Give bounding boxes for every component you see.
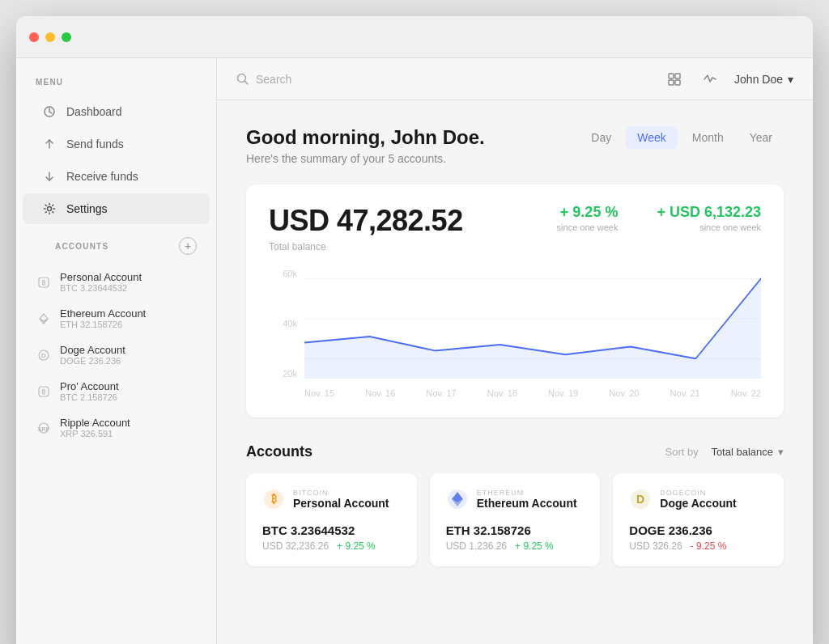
account-card-eth[interactable]: ETHEREUM Ethereum Account ETH 32.158726 … [430, 473, 601, 566]
account-sub: ETH 32.158726 [60, 320, 146, 329]
balance-label: Total balance [269, 241, 463, 252]
account-card-doge[interactable]: D DOGECOIN Doge Account DOGE 236.236 USD… [613, 473, 784, 566]
sidebar-account-doge[interactable]: D Doge Account DOGE 236.236 [16, 337, 216, 372]
chart-x-label: Nov. 15 [304, 388, 334, 398]
topbar-actions: John Doe ▾ [663, 68, 793, 91]
svg-text:₿: ₿ [41, 388, 46, 396]
sidebar-account-pro[interactable]: ₿ Pro' Account BTC 2.158726 [16, 374, 216, 409]
balance-stats: + 9.25 % since one week + USD 6,132.23 s… [557, 204, 761, 232]
card-amount: BTC 3.23644532 [262, 523, 401, 537]
balance-amount: USD 47,282.52 [269, 204, 463, 238]
account-name: Pro' Account [60, 380, 119, 392]
activity-icon[interactable] [699, 68, 721, 91]
card-usd: USD 326.26 - 9.25 % [629, 540, 767, 552]
search-box: Search [236, 73, 650, 86]
svg-text:XRP: XRP [38, 426, 50, 431]
svg-text:₿: ₿ [41, 279, 46, 286]
period-tab-month[interactable]: Month [681, 126, 735, 149]
account-sub: DOGE 236.236 [60, 356, 125, 366]
sort-dropdown[interactable]: Sort by Total balance ▾ [665, 446, 784, 458]
nav-label: Receive funds [66, 170, 138, 183]
minimize-button[interactable] [45, 32, 55, 42]
balance-card: USD 47,282.52 Total balance + 9.25 % sin… [246, 184, 784, 417]
main-content: Search [217, 58, 813, 644]
sidebar-item-send[interactable]: Send funds [23, 129, 210, 159]
chart-y-label: 60k [269, 269, 297, 278]
change-percent-value: + 9.25 % [557, 204, 619, 221]
eth-sidebar-icon [36, 311, 52, 327]
user-menu[interactable]: John Doe ▾ [734, 73, 793, 86]
card-change: + 9.25 % [337, 540, 376, 552]
account-name: Ethereum Account [60, 307, 146, 320]
eth-card-icon [446, 488, 469, 511]
svg-text:₿: ₿ [271, 493, 277, 505]
period-tab-week[interactable]: Week [626, 126, 678, 149]
account-card-btc[interactable]: ₿ BITCOIN Personal Account BTC 3.2364453… [246, 473, 417, 566]
card-usd: USD 1,236.26 + 9.25 % [446, 540, 585, 552]
user-chevron-icon: ▾ [788, 73, 793, 86]
account-sub: BTC 2.158726 [60, 392, 119, 402]
sidebar-item-settings[interactable]: Settings [23, 193, 210, 224]
svg-text:D: D [41, 352, 46, 359]
search-placeholder[interactable]: Search [256, 73, 291, 86]
sort-value: Total balance [711, 446, 773, 458]
chart-x-label: Nov. 17 [427, 388, 457, 398]
app-body: MENU DashboardSend fundsReceive fundsSet… [16, 58, 813, 644]
svg-rect-19 [675, 80, 680, 85]
add-account-button[interactable]: + [179, 237, 197, 255]
svg-marker-7 [40, 319, 48, 324]
sidebar-account-personal[interactable]: ₿ Personal Account BTC 3.23644532 [16, 265, 216, 299]
app-window: MENU DashboardSend fundsReceive fundsSet… [16, 16, 813, 644]
card-amount: DOGE 236.236 [629, 523, 767, 537]
sort-label: Sort by [665, 446, 699, 458]
nav-label: Dashboard [66, 105, 122, 118]
maximize-button[interactable] [62, 32, 71, 42]
chart-x-labels: Nov. 15Nov. 16Nov. 17Nov. 18Nov. 19Nov. … [304, 388, 761, 398]
card-change: + 9.25 % [515, 540, 554, 552]
period-tab-day[interactable]: Day [580, 126, 623, 149]
change-usd-value: + USD 6,132.23 [657, 204, 761, 221]
clock-icon [42, 104, 57, 119]
card-coin-label: ETHEREUM [477, 489, 577, 497]
greeting-title: Good morning, John Doe. [246, 126, 485, 149]
btc-card-icon: ₿ [262, 488, 285, 511]
period-tab-year[interactable]: Year [738, 126, 784, 149]
change-percent-stat: + 9.25 % since one week [557, 204, 619, 232]
user-name: John Doe [734, 73, 783, 86]
accounts-section: Accounts Sort by Total balance ▾ ₿ BITCO… [246, 443, 784, 566]
accounts-section-title: Accounts [246, 443, 312, 460]
greeting-subtitle: Here's the summary of your 5 accounts. [246, 152, 485, 165]
btc-sidebar-icon: ₿ [36, 274, 52, 290]
sidebar-item-dashboard[interactable]: Dashboard [23, 96, 210, 127]
card-coin-label: DOGECOIN [660, 489, 736, 497]
card-usd: USD 32,236.26 + 9.25 % [262, 540, 401, 552]
topbar: Search [217, 58, 813, 100]
svg-line-15 [245, 81, 249, 84]
change-usd-stat: + USD 6,132.23 since one week [657, 204, 761, 232]
chart-x-label: Nov. 22 [731, 388, 761, 398]
sidebar-account-ethereum[interactable]: Ethereum Account ETH 32.158726 [16, 301, 216, 336]
doge-card-icon: D [629, 488, 652, 511]
accounts-header: ACCOUNTS + [16, 237, 216, 255]
menu-label: MENU [16, 78, 216, 87]
chart-y-labels: 60k40k20k [269, 269, 297, 398]
sidebar-item-receive[interactable]: Receive funds [23, 161, 210, 192]
card-change: - 9.25 % [691, 540, 727, 552]
traffic-lights [29, 32, 71, 42]
card-account-name: Personal Account [293, 497, 389, 510]
balance-header: USD 47,282.52 Total balance + 9.25 % sin… [269, 204, 761, 252]
chart-x-label: Nov. 16 [365, 388, 395, 398]
sidebar-account-ripple[interactable]: XRP Ripple Account XRP 326.591 [16, 410, 216, 445]
sidebar: MENU DashboardSend fundsReceive fundsSet… [16, 58, 217, 644]
accounts-cards: ₿ BITCOIN Personal Account BTC 3.2364453… [246, 473, 784, 566]
card-account-name: Doge Account [660, 497, 736, 510]
layout-icon[interactable] [663, 68, 686, 91]
change-usd-label: since one week [657, 222, 761, 232]
accounts-label: ACCOUNTS [36, 242, 128, 251]
accounts-section-header: Accounts Sort by Total balance ▾ [246, 443, 784, 460]
chart-svg [304, 269, 761, 379]
chart-y-label: 40k [269, 319, 297, 328]
close-button[interactable] [29, 32, 39, 42]
gear-icon [42, 201, 57, 216]
arrow-down-icon [42, 169, 57, 184]
